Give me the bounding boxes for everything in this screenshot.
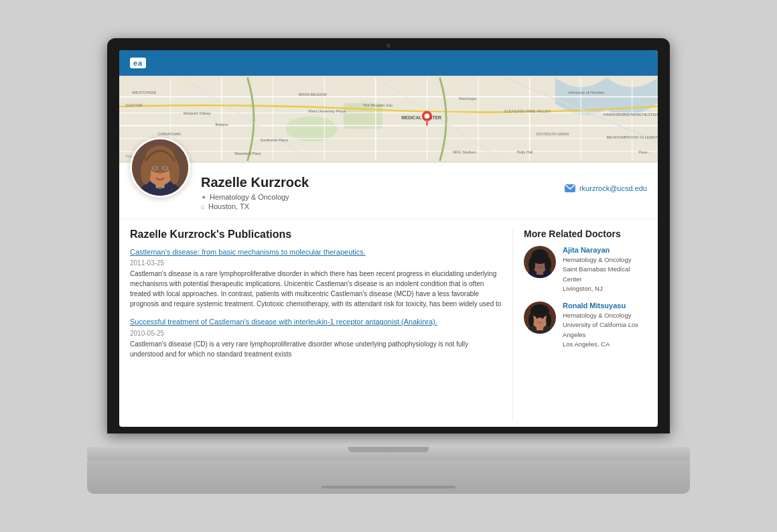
svg-text:Pasa...: Pasa... xyxy=(638,150,650,154)
related-doctor-card-2: Ronald Mitsuyasu Hematology & Oncology U… xyxy=(524,302,647,349)
svg-text:MacGregor: MacGregor xyxy=(459,96,477,101)
related-doctor-card-1: Ajita Narayan Hematology & Oncology Sain… xyxy=(524,246,647,293)
svg-text:Bellaire: Bellaire xyxy=(216,123,228,127)
svg-text:Meyerland Plaza: Meyerland Plaza xyxy=(234,151,261,155)
svg-rect-60 xyxy=(537,270,543,275)
svg-point-50 xyxy=(169,159,180,184)
related-doctor-meta-2: Hematology & Oncology University of Cali… xyxy=(563,311,647,349)
related-doctor-specialty-1: Hematology & Oncology xyxy=(563,255,647,265)
profile-info: Razelle Kurzrock ✦ Hematology & Oncology… xyxy=(201,171,554,210)
pub-abstract-1: Castleman's disease is a rare lymphoprol… xyxy=(130,269,502,309)
related-doctor-institution-2: University of California Los Angeles xyxy=(563,320,647,340)
specialty-meta: ✦ Hematology & Oncology xyxy=(201,193,554,201)
svg-point-73 xyxy=(536,317,539,319)
pub-link-2[interactable]: Successful treatment of Castleman's dise… xyxy=(130,317,502,327)
svg-text:MEDICAL CENTER: MEDICAL CENTER xyxy=(401,115,441,120)
related-doctor-details-1: Ajita Narayan Hematology & Oncology Sain… xyxy=(563,246,647,293)
svg-text:Holly Hall: Holly Hall xyxy=(516,150,533,154)
laptop-frame: ea xyxy=(87,38,690,494)
publications-section: Razelle Kurzrock's Publications Castlema… xyxy=(130,228,513,421)
related-doctor-location-2: Los Angeles, CA xyxy=(563,340,647,349)
profile-meta: ✦ Hematology & Oncology ⌂ Houston, TX xyxy=(201,193,554,210)
publication-item-2: Successful treatment of Castleman's dise… xyxy=(130,317,502,358)
app-header: ea xyxy=(119,50,658,76)
svg-text:University of Houston: University of Houston xyxy=(568,90,605,94)
doctor-name: Razelle Kurzrock xyxy=(201,175,554,190)
publication-item-1: Castleman's disease: from basic mechanis… xyxy=(130,247,502,309)
profile-contact[interactable]: rkurzrock@ucsd.edu xyxy=(565,171,647,192)
svg-text:Southside Place: Southside Place xyxy=(261,139,288,143)
publications-title: Razelle Kurzrock's Publications xyxy=(130,228,502,241)
location-label: Houston, TX xyxy=(208,202,249,210)
svg-text:WESTCHASE: WESTCHASE xyxy=(132,90,156,94)
svg-text:NRG Stadium: NRG Stadium xyxy=(453,150,477,154)
svg-point-40 xyxy=(425,113,430,119)
svg-point-72 xyxy=(546,314,551,327)
related-doctor-name-1[interactable]: Ajita Narayan xyxy=(563,246,647,254)
pub-abstract-2: Castleman's disease (CD) is a very rare … xyxy=(130,339,502,359)
svg-point-2 xyxy=(286,116,338,141)
svg-text:BRIAN MEADOW: BRIAN MEADOW xyxy=(299,92,327,96)
profile-section: Razelle Kurzrock ✦ Hematology & Oncology… xyxy=(119,163,658,219)
pub-date-2: 2010-05-25 xyxy=(130,330,502,337)
related-doctor-institution-1: Saint Barnabas Medical Center xyxy=(563,265,647,284)
svg-point-74 xyxy=(541,317,544,319)
specialty-icon: ✦ xyxy=(201,194,206,201)
related-doctor-meta-1: Hematology & Oncology Saint Barnabas Med… xyxy=(563,255,647,293)
map-area: WESTCHASE Westpark Tollway CHINATOWN Bel… xyxy=(119,76,658,163)
laptop-foot xyxy=(87,460,690,494)
svg-text:CHINATOWN: CHINATOWN xyxy=(157,132,181,136)
email-address: rkurzrock@ucsd.edu xyxy=(579,184,647,192)
svg-text:The Houston Zoo: The Houston Zoo xyxy=(363,103,393,107)
svg-text:HARRISBURG/ MANCHESTER: HARRISBURG/ MANCHESTER xyxy=(604,113,658,117)
svg-rect-69 xyxy=(537,326,543,330)
pub-date-1: 2011-03-25 xyxy=(130,259,502,267)
related-doctor-name-2[interactable]: Ronald Mitsuyasu xyxy=(563,302,647,310)
main-content: Razelle Kurzrock's Publications Castlema… xyxy=(119,219,658,427)
email-icon xyxy=(565,184,575,192)
logo: ea xyxy=(130,58,146,68)
svg-point-62 xyxy=(528,257,535,272)
location-icon: ⌂ xyxy=(201,203,205,210)
avatar-container xyxy=(130,137,190,198)
svg-point-49 xyxy=(141,159,151,184)
avatar xyxy=(130,137,190,198)
svg-point-55 xyxy=(159,172,161,176)
laptop-base xyxy=(87,447,690,460)
svg-text:GULFGATE/ PINE VALLEY: GULFGATE/ PINE VALLEY xyxy=(504,109,551,113)
svg-text:GULFTON: GULFTON xyxy=(126,103,143,107)
camera-dot xyxy=(386,44,391,48)
location-meta: ⌂ Houston, TX xyxy=(201,202,554,210)
related-section: More Related Doctors xyxy=(513,228,647,421)
svg-point-65 xyxy=(541,261,544,263)
svg-point-71 xyxy=(528,314,534,327)
pub-link-1[interactable]: Castleman's disease: from basic mechanis… xyxy=(130,247,502,257)
related-doctor-specialty-2: Hematology & Oncology xyxy=(563,311,647,320)
svg-point-64 xyxy=(536,261,539,263)
related-doctor-details-2: Ronald Mitsuyasu Hematology & Oncology U… xyxy=(563,302,647,349)
specialty-label: Hematology & Oncology xyxy=(210,193,289,201)
svg-point-63 xyxy=(545,257,551,272)
svg-text:Westpark Tollway: Westpark Tollway xyxy=(184,111,211,115)
svg-point-53 xyxy=(152,166,158,171)
related-doctor-avatar-2 xyxy=(524,302,556,334)
svg-point-54 xyxy=(162,166,168,171)
screen-bezel: ea xyxy=(107,38,670,434)
app-screen: ea xyxy=(119,50,658,427)
related-doctor-location-1: Livingston, NJ xyxy=(563,284,647,293)
svg-point-70 xyxy=(531,304,549,318)
svg-point-47 xyxy=(159,187,161,190)
svg-text:West University Place: West University Place xyxy=(308,109,346,113)
svg-text:MEADOWBROOK/ ALLENDALE: MEADOWBROOK/ ALLENDALE xyxy=(606,135,658,139)
related-title: More Related Doctors xyxy=(524,228,647,239)
svg-text:OST/SOUTH UNION: OST/SOUTH UNION xyxy=(536,132,569,136)
related-doctor-avatar-1 xyxy=(524,246,556,278)
